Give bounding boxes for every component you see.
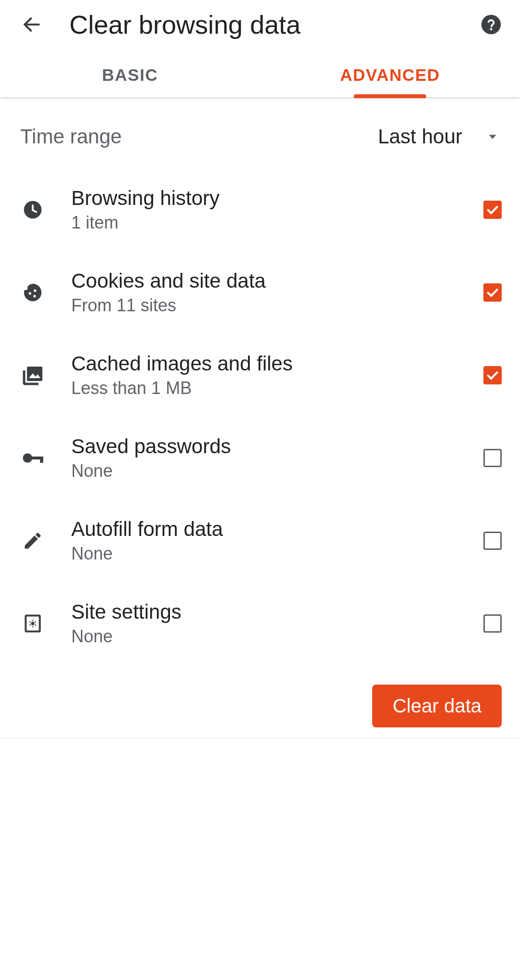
header: Clear browsing data: [0, 0, 520, 51]
item-cookies[interactable]: Cookies and site data From 11 sites: [0, 251, 520, 334]
item-subtitle: Less than 1 MB: [71, 378, 483, 398]
cookie-icon: [18, 278, 47, 307]
item-autofill[interactable]: Autofill form data None: [0, 499, 520, 582]
item-title: Browsing history: [71, 187, 483, 210]
svg-point-6: [34, 289, 36, 292]
check-icon: [486, 203, 499, 216]
svg-point-2: [490, 28, 493, 30]
item-cache[interactable]: Cached images and files Less than 1 MB: [0, 334, 520, 417]
item-subtitle: 1 item: [71, 213, 483, 233]
item-title: Saved passwords: [71, 435, 483, 458]
key-icon: [18, 444, 47, 472]
image-stack-icon: [18, 361, 47, 390]
svg-rect-12: [40, 457, 43, 463]
back-button[interactable]: [17, 10, 46, 39]
svg-marker-3: [489, 135, 496, 139]
footer: Clear data: [0, 674, 520, 738]
checkbox-cache[interactable]: [483, 366, 502, 384]
page-title: Clear browsing data: [69, 10, 480, 39]
item-browsing-history[interactable]: Browsing history 1 item: [0, 168, 520, 251]
item-passwords[interactable]: Saved passwords None: [0, 417, 520, 499]
svg-point-14: [31, 622, 34, 625]
item-subtitle: None: [71, 626, 483, 647]
time-range-label: Time range: [20, 125, 122, 148]
svg-point-5: [29, 292, 31, 294]
help-button[interactable]: [480, 13, 503, 36]
item-title: Cached images and files: [71, 352, 483, 375]
item-site-settings[interactable]: Site settings None: [0, 582, 520, 665]
time-range-value: Last hour: [378, 125, 462, 148]
tab-advanced[interactable]: ADVANCED: [260, 51, 520, 97]
item-subtitle: From 11 sites: [71, 295, 483, 316]
tab-basic[interactable]: BASIC: [0, 51, 260, 97]
item-title: Cookies and site data: [71, 269, 483, 293]
svg-point-7: [33, 295, 36, 297]
checkbox-passwords[interactable]: [483, 449, 502, 467]
svg-point-1: [481, 15, 501, 34]
pencil-icon: [18, 526, 47, 555]
checkbox-cookies[interactable]: [483, 283, 502, 302]
check-icon: [486, 286, 499, 299]
checkbox-history[interactable]: [483, 201, 502, 219]
item-title: Autofill form data: [71, 518, 483, 541]
item-subtitle: None: [71, 461, 483, 481]
tabs: BASIC ADVANCED: [0, 51, 520, 98]
arrow-left-icon: [21, 14, 42, 35]
svg-rect-8: [27, 367, 42, 381]
time-range-row[interactable]: Time range Last hour: [0, 98, 520, 168]
item-title: Site settings: [71, 600, 483, 624]
item-subtitle: None: [71, 544, 483, 564]
checkbox-site-settings[interactable]: [483, 614, 502, 633]
help-icon: [481, 14, 502, 35]
settings-page-icon: [18, 609, 47, 638]
clock-icon: [18, 195, 47, 224]
chevron-down-icon: [485, 129, 500, 144]
clear-data-button[interactable]: Clear data: [372, 685, 502, 727]
checkbox-autofill[interactable]: [483, 532, 502, 550]
check-icon: [486, 369, 499, 382]
